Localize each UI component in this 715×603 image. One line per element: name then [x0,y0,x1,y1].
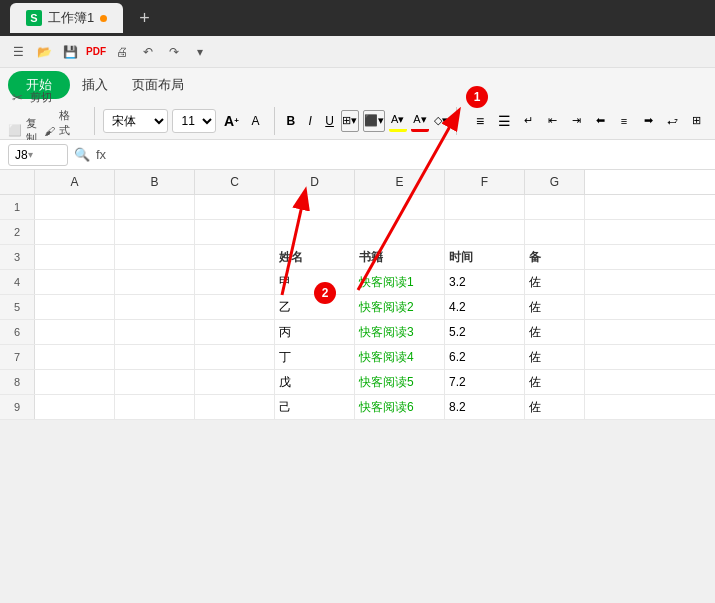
cell[interactable] [115,220,195,244]
cell[interactable] [115,270,195,294]
indent-left-btn[interactable]: ⇤ [541,110,563,132]
cell[interactable] [195,345,275,369]
col-header-a[interactable]: A [35,170,115,194]
cell[interactable]: 丙 [275,320,355,344]
cell[interactable]: 快客阅读4 [355,345,445,369]
save-icon[interactable]: 💾 [60,42,80,62]
cell[interactable] [115,395,195,419]
align-left-btn[interactable]: ⬅ [589,110,611,132]
cell[interactable]: 佐 [525,320,585,344]
cell[interactable]: 戊 [275,370,355,394]
cell[interactable]: 佐 [525,270,585,294]
format-paint-icon[interactable]: 🖌 [44,122,55,140]
align-bottom-btn[interactable]: ↵ [517,110,539,132]
cell[interactable]: 8.2 [445,395,525,419]
pdf-icon[interactable]: PDF [86,42,106,62]
align-center-btn[interactable]: ≡ [613,110,635,132]
cell[interactable] [445,195,525,219]
cell[interactable] [445,220,525,244]
menu-icon[interactable]: ☰ [8,42,28,62]
document-tab[interactable]: S 工作簿1 [10,3,123,33]
cell-reference[interactable]: J8 ▾ [8,144,68,166]
cell[interactable]: 乙 [275,295,355,319]
more-icon[interactable]: ▾ [190,42,210,62]
undo-icon[interactable]: ↶ [138,42,158,62]
tab-pagelayout[interactable]: 页面布局 [120,70,196,100]
cell[interactable] [35,220,115,244]
cell[interactable] [35,270,115,294]
cell[interactable] [525,220,585,244]
cell[interactable] [35,195,115,219]
grid-color-btn[interactable]: ⬛▾ [363,110,385,132]
cell[interactable]: 己 [275,395,355,419]
align-top-btn[interactable]: ≡ [469,110,491,132]
cell[interactable] [195,195,275,219]
cell[interactable] [35,320,115,344]
open-icon[interactable]: 📂 [34,42,54,62]
cell[interactable]: 姓名 [275,245,355,269]
italic-btn[interactable]: I [303,110,318,132]
cell[interactable]: 佐 [525,395,585,419]
cell[interactable]: 快客阅读3 [355,320,445,344]
cell[interactable] [115,345,195,369]
cell[interactable] [195,295,275,319]
cell[interactable] [35,370,115,394]
indent-right-btn[interactable]: ⇥ [565,110,587,132]
cell[interactable] [355,220,445,244]
cell[interactable]: 快客阅读6 [355,395,445,419]
align-right-btn[interactable]: ➡ [637,110,659,132]
cell[interactable] [115,195,195,219]
print-icon[interactable]: 🖨 [112,42,132,62]
font-size-select[interactable]: 11 [172,109,216,133]
col-header-c[interactable]: C [195,170,275,194]
cell[interactable]: 佐 [525,370,585,394]
cell[interactable] [275,195,355,219]
cell[interactable] [195,395,275,419]
cell[interactable]: 佐 [525,295,585,319]
cell[interactable] [115,295,195,319]
font-increase-btn[interactable]: A+ [220,110,242,132]
col-header-b[interactable]: B [115,170,195,194]
col-header-g[interactable]: G [525,170,585,194]
cut-icon[interactable]: ✂ [8,88,26,106]
cell[interactable] [195,320,275,344]
cell[interactable]: 3.2 [445,270,525,294]
cell[interactable] [525,195,585,219]
col-header-d[interactable]: D [275,170,355,194]
cell[interactable]: 备 [525,245,585,269]
cell[interactable]: 书籍 [355,245,445,269]
cell[interactable] [115,320,195,344]
align-middle-btn[interactable]: ☰ [493,110,515,132]
cell[interactable]: 时间 [445,245,525,269]
cell[interactable] [35,395,115,419]
cell[interactable] [35,245,115,269]
cell[interactable] [35,295,115,319]
cell[interactable]: 甲 [275,270,355,294]
cell[interactable]: 丁 [275,345,355,369]
formula-input[interactable] [112,144,707,166]
font-select[interactable]: 宋体 [103,109,169,133]
bold-btn[interactable]: B [283,110,298,132]
cell[interactable] [355,195,445,219]
fill-color-btn[interactable]: A▾ [389,110,407,132]
cell[interactable] [35,345,115,369]
border-btn[interactable]: ⊞▾ [341,110,358,132]
cell[interactable]: 7.2 [445,370,525,394]
cell[interactable]: 快客阅读2 [355,295,445,319]
cell[interactable] [275,220,355,244]
col-header-f[interactable]: F [445,170,525,194]
font-color-btn[interactable]: A▾ [411,110,429,132]
cell[interactable] [195,270,275,294]
cell[interactable] [195,245,275,269]
new-tab-button[interactable]: + [139,8,150,29]
cell[interactable] [195,370,275,394]
cell[interactable] [195,220,275,244]
copy-icon[interactable]: ⬜ [8,122,22,140]
cell[interactable]: 4.2 [445,295,525,319]
cell[interactable]: 佐 [525,345,585,369]
cell[interactable] [115,245,195,269]
wrap-text-btn[interactable]: ⮐ [661,110,683,132]
cell[interactable]: 快客阅读5 [355,370,445,394]
clear-btn[interactable]: ◇▾ [433,110,448,132]
cell[interactable]: 6.2 [445,345,525,369]
